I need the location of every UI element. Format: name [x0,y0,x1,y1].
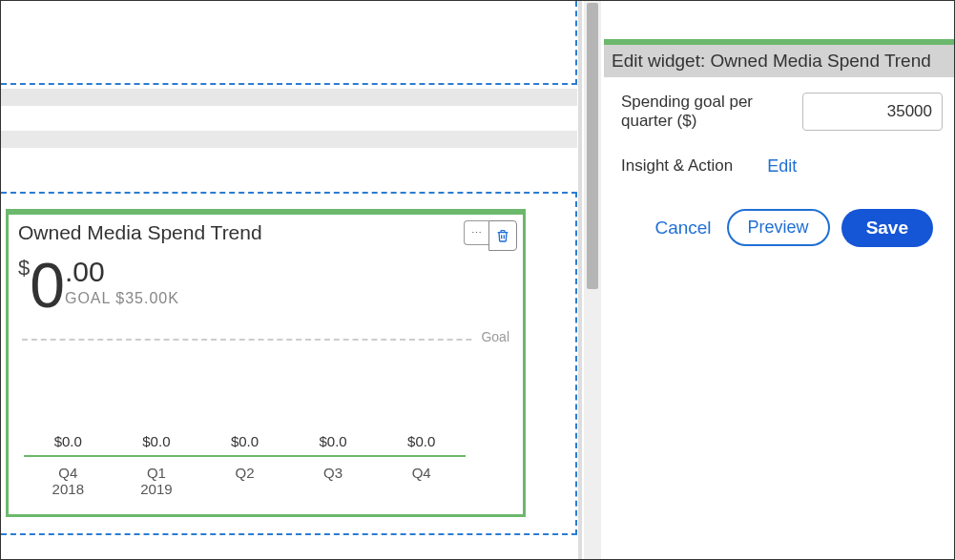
save-button[interactable]: Save [841,209,933,247]
chart-category-labels: Q4 Q1 Q2 Q3 Q4 [24,465,466,481]
chart-category: Q2 [200,465,289,481]
trash-icon [495,227,510,244]
trend-chart: $0.0 $0.0 $0.0 $0.0 $0.0 Q4 Q1 Q2 Q3 Q4 … [24,433,466,497]
chart-year: 2019 [113,481,201,497]
chart-category: Q3 [289,465,378,481]
kpi-goal-text: GOAL $35.00K [65,290,179,307]
chart-axis [24,455,466,457]
chart-value: $0.0 [200,433,289,449]
chart-year: 2018 [24,481,113,497]
chart-value: $0.0 [377,433,466,449]
widget-delete-button[interactable] [488,220,517,251]
insight-action-row: Insight & Action Edit [604,137,954,182]
spending-goal-label: Spending goal per quarter ($) [621,93,793,132]
spending-goal-row: Spending goal per quarter ($) [604,77,954,137]
spending-goal-input[interactable] [802,93,943,131]
widget-card-selected[interactable]: Owned Media Spend Trend ⋯ $ 0 .00 GOAL $… [6,209,526,517]
chart-value: $0.0 [113,433,201,449]
chart-category: Q4 [24,465,113,481]
preview-button[interactable]: Preview [727,209,830,246]
insight-action-label: Insight & Action [621,156,733,176]
separator-band [1,89,577,106]
kpi-value: $ 0 .00 GOAL $35.00K [9,246,523,317]
goal-line: Goal [22,332,509,347]
edit-insight-link[interactable]: Edit [767,156,797,176]
kpi-whole: 0 [30,254,63,317]
edit-widget-panel: Edit widget: Owned Media Spend Trend Spe… [604,1,954,560]
drop-zone-top[interactable] [1,1,577,85]
panel-header: Edit widget: Owned Media Spend Trend [604,45,954,77]
widget-title: Owned Media Spend Trend [9,215,523,246]
scrollbar[interactable] [584,1,601,560]
chart-year-labels: 2018 2019 [24,481,466,497]
separator-band-2 [1,131,577,148]
chart-year [377,481,466,497]
chart-year [289,481,378,497]
widget-options-button[interactable]: ⋯ [464,220,488,245]
currency-symbol: $ [18,256,30,280]
chart-category: Q1 [113,465,201,481]
chart-year [200,481,289,497]
widget-toolbar: ⋯ [464,220,517,251]
chart-category: Q4 [377,465,466,481]
panel-actions: Cancel Preview Save [604,182,954,247]
kpi-cents: .00 [65,256,179,288]
chart-value: $0.0 [289,433,378,449]
panel-divider[interactable] [578,1,582,560]
scroll-thumb[interactable] [587,3,598,289]
chart-value: $0.0 [24,433,113,449]
goal-line-label: Goal [475,329,509,344]
dashboard-canvas: Owned Media Spend Trend ⋯ $ 0 .00 GOAL $… [1,1,578,560]
chart-value-labels: $0.0 $0.0 $0.0 $0.0 $0.0 [24,433,466,449]
cancel-button[interactable]: Cancel [654,218,711,239]
